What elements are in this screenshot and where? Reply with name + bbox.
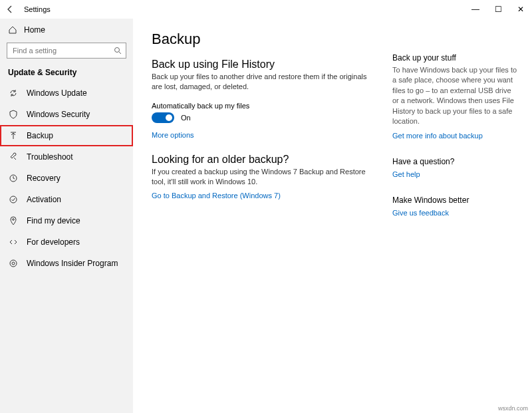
make-better-heading: Make Windows better — [392, 196, 519, 205]
sidebar-item-label: For developers — [27, 237, 80, 247]
sidebar-section-title: Update & Security — [0, 64, 133, 82]
sidebar-item-label: Windows Insider Program — [27, 259, 118, 268]
sidebar: Home Update & Security Windows Update Wi… — [0, 19, 133, 413]
sidebar-item-activation[interactable]: Activation — [0, 189, 133, 210]
close-button[interactable]: ✕ — [509, 0, 532, 19]
svg-line-1 — [119, 52, 121, 54]
backup-stuff-heading: Back up your stuff — [392, 53, 519, 63]
window-title: Settings — [24, 5, 51, 13]
sidebar-item-label: Windows Update — [27, 88, 87, 98]
get-help-link[interactable]: Get help — [392, 170, 420, 178]
shield-icon — [8, 109, 19, 120]
search-icon — [114, 47, 122, 55]
sidebar-item-troubleshoot[interactable]: Troubleshoot — [0, 146, 133, 168]
search-input[interactable] — [11, 46, 114, 55]
sidebar-item-recovery[interactable]: Recovery — [0, 168, 133, 189]
older-backup-heading: Looking for an older backup? — [152, 154, 392, 166]
back-arrow-icon — [7, 5, 15, 13]
minimize-button[interactable]: — — [464, 0, 487, 19]
more-info-backup-link[interactable]: Get more info about backup — [392, 132, 483, 140]
sidebar-item-for-developers[interactable]: For developers — [0, 231, 133, 253]
check-icon — [8, 194, 19, 205]
search-box[interactable] — [7, 43, 126, 59]
go-to-backup-restore-link[interactable]: Go to Backup and Restore (Windows 7) — [152, 192, 392, 200]
page-title: Backup — [152, 31, 392, 48]
main-panel: Backup Back up using File History Back u… — [133, 19, 532, 413]
more-options-link[interactable]: More options — [152, 131, 392, 139]
home-label: Home — [24, 25, 45, 35]
sidebar-item-label: Recovery — [27, 174, 61, 183]
feedback-link[interactable]: Give us feedback — [392, 209, 449, 217]
sidebar-item-label: Troubleshoot — [27, 152, 73, 162]
titlebar: Settings — ☐ ✕ — [0, 0, 532, 19]
watermark: wsxdn.com — [498, 405, 528, 412]
sync-icon — [8, 88, 19, 98]
sidebar-item-label: Backup — [27, 131, 53, 140]
svg-point-4 — [13, 219, 15, 221]
window-controls: — ☐ ✕ — [464, 0, 532, 19]
backup-arrow-icon — [8, 130, 19, 141]
home-nav[interactable]: Home — [0, 21, 133, 39]
backup-stuff-body: To have Windows back up your files to a … — [392, 65, 519, 126]
sidebar-item-label: Windows Security — [27, 110, 90, 119]
file-history-heading: Back up using File History — [152, 59, 392, 70]
back-button[interactable] — [7, 5, 16, 13]
sidebar-item-insider-program[interactable]: Windows Insider Program — [0, 253, 133, 274]
older-backup-desc: If you created a backup using the Window… — [152, 167, 371, 188]
insider-icon — [8, 258, 19, 269]
file-history-desc: Back up your files to another drive and … — [152, 72, 371, 92]
right-column: Back up your stuff To have Windows back … — [392, 31, 519, 413]
svg-point-3 — [10, 196, 17, 203]
wrench-icon — [8, 152, 19, 162]
svg-point-0 — [115, 48, 120, 53]
sidebar-item-windows-update[interactable]: Windows Update — [0, 82, 133, 104]
sidebar-item-backup[interactable]: Backup — [0, 125, 133, 146]
question-heading: Have a question? — [392, 157, 519, 166]
auto-backup-label: Automatically back up my files — [152, 102, 392, 110]
auto-backup-toggle[interactable] — [152, 112, 174, 123]
sidebar-item-label: Activation — [27, 195, 61, 204]
sidebar-item-find-my-device[interactable]: Find my device — [0, 210, 133, 231]
toggle-knob-icon — [166, 114, 172, 121]
recovery-icon — [8, 173, 19, 184]
toggle-state-label: On — [181, 114, 191, 122]
svg-point-6 — [12, 262, 15, 265]
sidebar-item-windows-security[interactable]: Windows Security — [0, 104, 133, 125]
svg-point-5 — [10, 260, 17, 267]
home-icon — [8, 25, 17, 35]
sidebar-item-label: Find my device — [27, 216, 80, 225]
code-icon — [8, 237, 19, 247]
maximize-button[interactable]: ☐ — [487, 0, 509, 19]
location-icon — [8, 215, 19, 226]
